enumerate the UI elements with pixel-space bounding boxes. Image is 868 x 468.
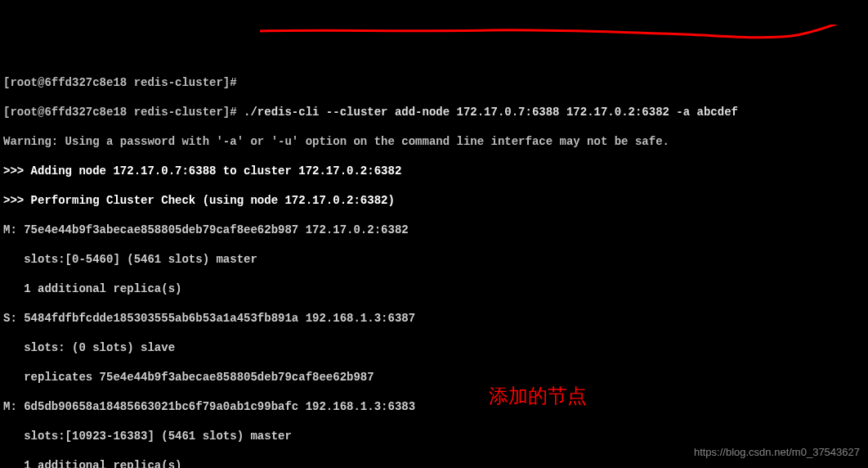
out-6: slots: (0 slots) slave (3, 340, 865, 355)
red-annotation-text: 添加的节点 (489, 389, 587, 403)
prompt-line-2[interactable]: [root@6ffd327c8e18 redis-cluster]# ./red… (3, 105, 865, 119)
warning-line: Warning: Using a password with '-a' or '… (3, 134, 865, 149)
out-8: M: 6d5db90658a18485663021bc6f79a0ab1c99b… (3, 399, 865, 414)
prompt-2: [root@6ffd327c8e18 redis-cluster]# (3, 106, 237, 119)
out-7: replicates 75e4e44b9f3abecae858805deb79c… (3, 370, 865, 385)
out-5: S: 5484fdfbfcdde185303555ab6b53a1a453fb8… (3, 311, 865, 326)
prompt-1: [root@6ffd327c8e18 redis-cluster]# (3, 76, 237, 89)
out-9: slots:[10923-16383] (5461 slots) master (3, 429, 865, 443)
command-text: ./redis-cli --cluster add-node 172.17.0.… (237, 106, 738, 119)
terminal-output: [root@6ffd327c8e18 redis-cluster]# [root… (3, 61, 865, 468)
prompt-line-1[interactable]: [root@6ffd327c8e18 redis-cluster]# (3, 75, 865, 90)
out-0: >>> Adding node 172.17.0.7:6388 to clust… (3, 164, 865, 178)
out-1: >>> Performing Cluster Check (using node… (3, 193, 865, 208)
watermark-text: https://blog.csdn.net/m0_37543627 (694, 445, 860, 460)
out-3: slots:[0-5460] (5461 slots) master (3, 252, 865, 267)
out-2: M: 75e4e44b9f3abecae858805deb79caf8ee62b… (3, 223, 865, 237)
out-4: 1 additional replica(s) (3, 281, 865, 296)
red-underline-annotation (260, 25, 848, 49)
